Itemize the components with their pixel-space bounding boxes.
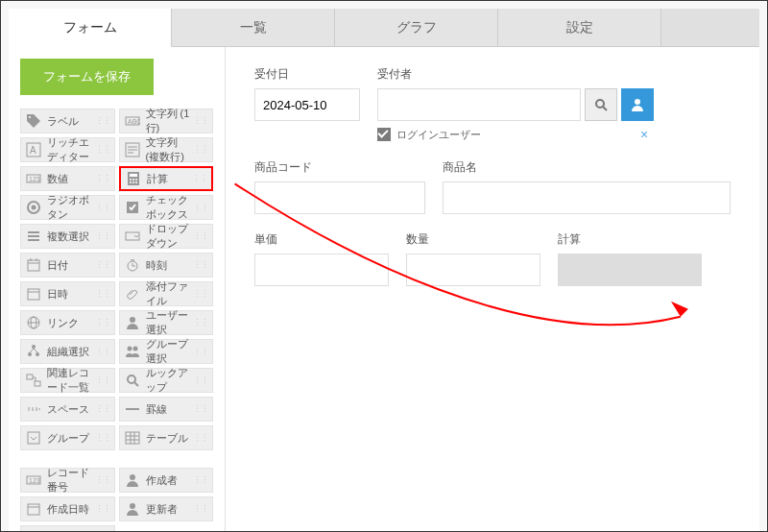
palette-border[interactable]: 罫線⋮⋮ <box>119 397 214 422</box>
checkbox-icon <box>124 199 141 216</box>
body: フォームを保存 ラベル⋮⋮ ABC 文字列 (1行)⋮⋮ A リッチエディター⋮… <box>9 47 759 531</box>
svg-point-38 <box>130 317 135 323</box>
grip-icon: ⋮⋮ <box>95 433 110 443</box>
palette-number[interactable]: 123 数値⋮⋮ <box>20 166 115 191</box>
field-quantity: 数量 <box>406 231 540 286</box>
grip-icon: ⋮⋮ <box>193 231 208 241</box>
palette-item-label: 数値 <box>47 172 68 186</box>
palette-item-label: 複数選択 <box>47 230 89 244</box>
clear-button[interactable]: × <box>636 127 652 142</box>
palette-label[interactable]: ラベル⋮⋮ <box>20 109 115 133</box>
tab-graph[interactable]: グラフ <box>335 9 498 46</box>
grip-icon: ⋮⋮ <box>95 404 110 414</box>
tab-list[interactable]: 一覧 <box>172 9 335 46</box>
palette-datetime[interactable]: 日時⋮⋮ <box>20 281 115 306</box>
palette-item-label: グループ選択 <box>146 337 194 366</box>
svg-rect-12 <box>130 174 137 177</box>
palette-item-label: 罫線 <box>146 402 167 417</box>
checkbox-checked-icon <box>377 128 391 141</box>
user-icon <box>124 472 141 489</box>
svg-point-17 <box>132 181 134 183</box>
palette-item-label: 日付 <box>47 258 68 273</box>
palette-time[interactable]: 時刻⋮⋮ <box>119 253 214 278</box>
field-product-name: 商品名 <box>443 159 731 214</box>
product-name-input[interactable] <box>443 181 731 214</box>
grip-icon: ⋮⋮ <box>95 116 110 126</box>
palette-lookup[interactable]: ルックアップ⋮⋮ <box>119 368 214 393</box>
svg-point-63 <box>130 503 135 509</box>
palette-attachment[interactable]: 添付ファイル⋮⋮ <box>119 281 214 306</box>
palette-item-label: レコード番号 <box>47 466 95 495</box>
grip-icon: ⋮⋮ <box>193 404 208 414</box>
palette-related[interactable]: 関連レコード一覧⋮⋮ <box>20 368 115 393</box>
grip-icon: ⋮⋮ <box>193 116 208 126</box>
svg-point-40 <box>28 352 32 356</box>
palette-record-no[interactable]: 123 レコード番号⋮⋮ <box>20 468 115 493</box>
login-user-label: ログインユーザー <box>396 128 481 142</box>
palette-text-multi[interactable]: 文字列 (複数行)⋮⋮ <box>119 137 214 162</box>
login-user-chip: ログインユーザー × <box>377 127 652 142</box>
palette-group-select[interactable]: グループ選択⋮⋮ <box>119 339 214 364</box>
grip-icon: ⋮⋮ <box>95 318 110 327</box>
grip-icon: ⋮⋮ <box>95 289 110 299</box>
grip-icon: ⋮⋮ <box>193 318 208 327</box>
palette-item-label: テーブル <box>146 431 188 446</box>
grip-icon: ⋮⋮ <box>193 433 208 443</box>
quantity-input[interactable] <box>406 254 540 286</box>
svg-point-13 <box>130 179 132 181</box>
palette-item-label: ユーザー選択 <box>146 308 194 337</box>
receiver-input[interactable] <box>377 88 581 121</box>
receipt-date-input[interactable] <box>254 88 360 121</box>
field-label: 受付者 <box>377 66 654 83</box>
palette-item-label: 組織選択 <box>47 345 89 359</box>
palette-multiselect[interactable]: 複数選択⋮⋮ <box>20 224 115 249</box>
palette-item-label: ラジオボタン <box>47 193 95 222</box>
svg-line-43 <box>34 349 37 352</box>
svg-point-45 <box>132 347 137 351</box>
palette-user-select[interactable]: ユーザー選択⋮⋮ <box>119 310 214 335</box>
palette-dropdown[interactable]: ドロップダウン⋮⋮ <box>119 224 214 249</box>
field-label: 計算 <box>558 231 702 248</box>
palette-updater[interactable]: 更新者⋮⋮ <box>119 496 214 521</box>
svg-line-67 <box>603 107 607 110</box>
search-icon <box>593 97 609 112</box>
palette-date[interactable]: 日付⋮⋮ <box>20 253 115 278</box>
palette-table[interactable]: テーブル⋮⋮ <box>119 425 214 450</box>
table-icon <box>124 429 141 447</box>
palette-updated-at[interactable]: 更新日時⋮⋮ <box>20 525 115 532</box>
unit-price-input[interactable] <box>254 254 389 286</box>
palette-link[interactable]: リンク⋮⋮ <box>20 310 115 335</box>
palette-radio[interactable]: ラジオボタン⋮⋮ <box>20 195 115 220</box>
tab-settings[interactable]: 設定 <box>498 9 661 46</box>
product-code-input[interactable] <box>254 181 425 214</box>
palette-item-label: 日時 <box>47 287 68 302</box>
palette-rich-editor[interactable]: A リッチエディター⋮⋮ <box>20 137 115 162</box>
grip-icon: ⋮⋮ <box>95 145 110 155</box>
calendar-icon <box>25 256 42 274</box>
app-frame: フォーム 一覧 グラフ 設定 フォームを保存 ラベル⋮⋮ ABC 文字列 (1行… <box>0 0 768 532</box>
palette-created-at[interactable]: 作成日時⋮⋮ <box>20 496 115 521</box>
palette-calc[interactable]: 計算⋮⋮ <box>119 166 214 191</box>
svg-point-39 <box>32 345 36 349</box>
save-form-button[interactable]: フォームを保存 <box>20 59 154 95</box>
palette-group[interactable]: グループ⋮⋮ <box>20 425 115 450</box>
grip-icon: ⋮⋮ <box>95 504 110 514</box>
select-user-button[interactable] <box>621 88 654 121</box>
grip-icon: ⋮⋮ <box>193 289 208 299</box>
palette-creator[interactable]: 作成者⋮⋮ <box>119 468 214 493</box>
palette-space[interactable]: スペース⋮⋮ <box>20 397 115 422</box>
palette-checkbox[interactable]: チェックボックス⋮⋮ <box>119 195 214 220</box>
rich-editor-icon: A <box>25 141 42 158</box>
related-icon <box>25 372 42 389</box>
svg-rect-26 <box>28 260 39 271</box>
palette-text-single[interactable]: ABC 文字列 (1行)⋮⋮ <box>119 109 214 133</box>
tab-form[interactable]: フォーム <box>9 9 172 47</box>
field-calc: 計算 <box>558 231 702 286</box>
calendar-icon <box>25 500 42 518</box>
field-receipt-date: 受付日 <box>254 66 360 142</box>
group-users-icon <box>124 343 141 360</box>
svg-point-18 <box>135 181 137 183</box>
palette-org-select[interactable]: 組織選択⋮⋮ <box>20 339 115 364</box>
grip-icon: ⋮⋮ <box>95 174 110 183</box>
search-user-button[interactable] <box>585 88 617 121</box>
